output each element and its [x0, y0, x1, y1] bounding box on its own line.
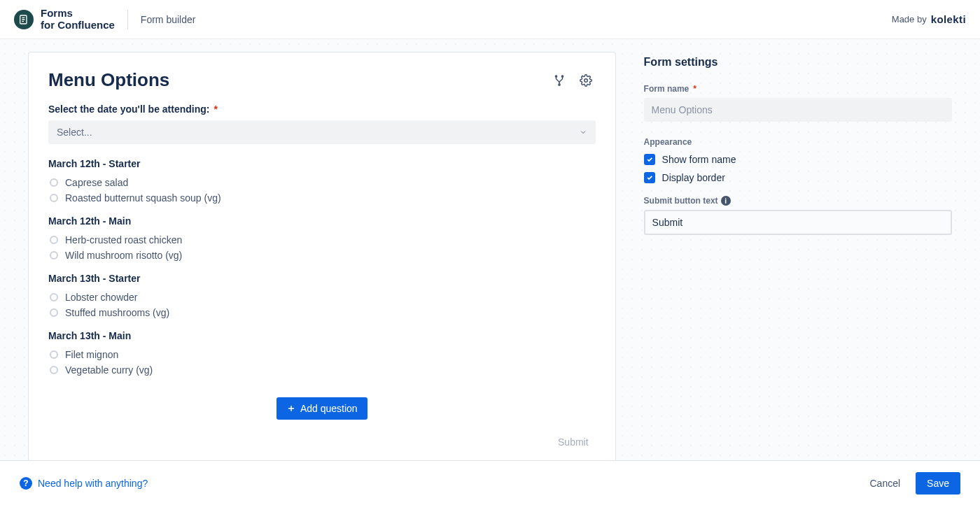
submit-preview-button: Submit — [551, 432, 596, 452]
radio-icon — [50, 178, 58, 187]
plus-icon — [286, 404, 296, 413]
radio-icon — [50, 308, 58, 317]
radio-icon — [50, 293, 58, 301]
required-asterisk: * — [693, 84, 696, 94]
radio-label: Roasted butternut squash soup (vg) — [65, 192, 221, 204]
form-name-input[interactable] — [644, 98, 952, 122]
display-border-label: Display border — [662, 172, 725, 183]
radio-label: Wild mushroom risotto (vg) — [65, 250, 182, 261]
help-link[interactable]: ? Need help with anything? — [20, 477, 148, 490]
radio-label: Lobster chowder — [65, 292, 138, 303]
branch-icon — [553, 74, 566, 87]
appearance-label: Appearance — [644, 137, 952, 147]
radio-icon — [50, 366, 58, 374]
radio-icon — [50, 350, 58, 359]
chevron-down-icon — [579, 128, 587, 136]
svg-point-4 — [584, 78, 587, 82]
radio-icon — [50, 251, 58, 259]
app-header: Forms for Confluence Form builder Made b… — [0, 0, 980, 39]
group-title-0: March 12th - Starter — [48, 158, 596, 169]
footer-bar: ? Need help with anything? Cancel Save — [0, 460, 980, 505]
checkbox-checked-icon — [644, 172, 655, 183]
radio-option[interactable]: Filet mignon — [48, 347, 596, 362]
radio-option[interactable]: Lobster chowder — [48, 290, 596, 305]
add-question-label: Add question — [300, 403, 358, 414]
save-button[interactable]: Save — [916, 472, 960, 495]
made-by-brand: kolekti — [931, 13, 966, 25]
content-area: Menu Options — [0, 39, 980, 460]
radio-label: Filet mignon — [65, 349, 118, 360]
form-title: Menu Options — [48, 69, 169, 91]
gear-icon — [580, 74, 592, 87]
radio-icon — [50, 236, 58, 244]
show-form-name-label: Show form name — [662, 154, 736, 165]
radio-icon — [50, 194, 58, 202]
checkbox-checked-icon — [644, 154, 655, 165]
settings-title: Form settings — [644, 56, 952, 69]
form-settings-button[interactable] — [576, 71, 596, 90]
radio-option[interactable]: Stuffed mushrooms (vg) — [48, 305, 596, 320]
radio-option[interactable]: Vegetable curry (vg) — [48, 362, 596, 378]
info-icon[interactable]: i — [721, 196, 731, 206]
group-title-1: March 12th - Main — [48, 215, 596, 227]
display-border-checkbox[interactable]: Display border — [644, 172, 952, 183]
radio-option[interactable]: Roasted butternut squash soup (vg) — [48, 190, 596, 206]
conditional-logic-button[interactable] — [550, 71, 569, 90]
required-asterisk: * — [214, 104, 217, 115]
group-title-2: March 13th - Starter — [48, 273, 596, 284]
radio-label: Herb-crusted roast chicken — [65, 234, 182, 246]
radio-option[interactable]: Herb-crusted roast chicken — [48, 232, 596, 248]
question-date-label: Select the date you'll be attending: * — [48, 104, 596, 115]
header-separator — [127, 10, 128, 29]
submit-text-label: Submit button text i — [644, 196, 952, 206]
group-title-3: March 13th - Main — [48, 330, 596, 341]
submit-text-input[interactable] — [644, 210, 952, 235]
settings-panel: Form settings Form name * Appearance Sho… — [623, 39, 973, 460]
help-label: Need help with anything? — [38, 478, 148, 489]
app-logo-text: Forms for Confluence — [41, 8, 115, 31]
app-logo-icon — [14, 10, 34, 29]
radio-option[interactable]: Wild mushroom risotto (vg) — [48, 248, 596, 263]
form-name-label: Form name * — [644, 84, 952, 94]
brand-line2: for Confluence — [41, 20, 115, 31]
date-select[interactable]: Select... — [48, 120, 596, 144]
made-by-credit: Made by kolekti — [892, 13, 966, 25]
radio-label: Vegetable curry (vg) — [65, 364, 153, 376]
radio-label: Stuffed mushrooms (vg) — [65, 307, 169, 318]
form-canvas: Menu Options — [0, 39, 623, 460]
cancel-button[interactable]: Cancel — [861, 472, 909, 495]
radio-option[interactable]: Caprese salad — [48, 175, 596, 190]
made-by-prefix: Made by — [892, 14, 927, 24]
breadcrumb: Form builder — [141, 14, 196, 25]
show-form-name-checkbox[interactable]: Show form name — [644, 154, 952, 165]
add-question-button[interactable]: Add question — [276, 397, 368, 420]
radio-label: Caprese salad — [65, 177, 128, 188]
brand-line1: Forms — [41, 8, 115, 20]
form-card[interactable]: Menu Options — [28, 52, 616, 460]
help-icon: ? — [20, 477, 32, 490]
date-select-placeholder: Select... — [57, 127, 92, 138]
